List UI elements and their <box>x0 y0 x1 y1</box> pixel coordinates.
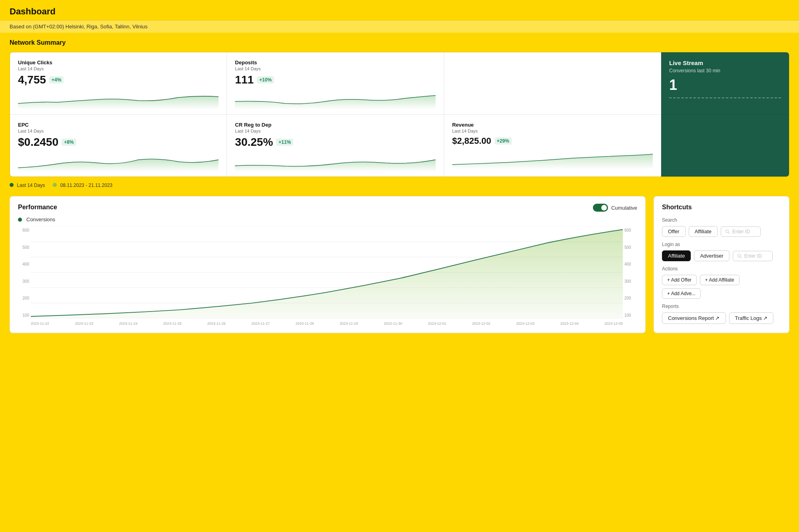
metric-sublabel-cr: Last 14 Days <box>235 129 435 133</box>
svg-line-10 <box>740 257 741 258</box>
legend-label-2: 08.11.2023 - 21.11.2023 <box>60 183 113 188</box>
metric-label-revenue: Revenue <box>452 122 653 128</box>
svg-point-7 <box>726 230 729 232</box>
svg-line-8 <box>728 232 729 234</box>
y-axis-right: 600 500 400 300 200 100 <box>623 226 637 326</box>
metrics-row-2: EPC Last 14 Days $0.2450 +8% <box>10 115 789 177</box>
search-label: Search <box>662 217 781 223</box>
timezone-text: Based on (GMT+02:00) Helsinki, Riga, Sof… <box>10 24 147 30</box>
metric-live-stream-bottom <box>661 115 789 177</box>
metric-label-unique-clicks: Unique Clicks <box>18 60 219 66</box>
performance-card: Performance Conversions Cumulative 600 5… <box>10 196 646 333</box>
login-row: Affiliate Advertiser Enter ID <box>662 250 781 261</box>
metric-deposits: Deposits Last 14 Days 111 +10% <box>227 52 444 115</box>
conversions-legend-label: Conversions <box>26 216 55 222</box>
y-axis-left: 600 500 400 300 200 100 <box>18 226 31 326</box>
chart-container: 600 500 400 300 200 100 <box>18 226 637 326</box>
timezone-bar: Based on (GMT+02:00) Helsinki, Riga, Sof… <box>0 20 799 33</box>
metric-empty-r1c3 <box>444 52 661 115</box>
cumulative-toggle[interactable]: Cumulative <box>593 204 637 212</box>
live-stream-sublabel: Conversions last 30 min <box>669 68 781 73</box>
metric-value-deposits: 111 +10% <box>235 73 435 86</box>
perf-header: Performance Conversions Cumulative <box>18 204 637 222</box>
login-label: Login as <box>662 242 781 247</box>
search-icon <box>725 229 730 234</box>
metric-sublabel-epc: Last 14 Days <box>18 129 219 133</box>
metric-value-unique-clicks: 4,755 +4% <box>18 73 219 86</box>
login-advertiser-btn[interactable]: Advertiser <box>694 250 729 261</box>
login-id-placeholder: Enter ID <box>744 253 762 259</box>
network-summary-section: Network Summary Unique Clicks Last 14 Da… <box>10 39 789 188</box>
network-summary-title: Network Summary <box>10 39 789 46</box>
performance-chart-svg <box>31 226 623 318</box>
metric-live-stream: Live Stream Conversions last 30 min 1 <box>661 52 789 115</box>
search-offer-btn[interactable]: Offer <box>662 226 686 237</box>
main-content: Network Summary Unique Clicks Last 14 Da… <box>0 33 799 339</box>
live-stream-value: 1 <box>669 77 781 93</box>
login-id-input[interactable]: Enter ID <box>733 251 773 261</box>
mini-chart-cr <box>235 152 435 172</box>
metric-badge-cr: +11% <box>276 139 293 146</box>
shortcuts-card: Shortcuts Search Offer Affiliate Enter I… <box>654 196 789 333</box>
metric-sublabel-unique-clicks: Last 14 Days <box>18 66 219 71</box>
add-advertiser-btn[interactable]: + Add Adve... <box>662 288 701 299</box>
metric-label-deposits: Deposits <box>235 60 435 66</box>
chart-inner: 2023-11-22 2023-11-23 2023-11-24 2023-11… <box>31 226 623 326</box>
add-offer-btn[interactable]: + Add Offer <box>662 275 697 285</box>
conversions-dot <box>18 218 22 222</box>
live-stream-label: Live Stream <box>669 60 781 66</box>
shortcuts-title: Shortcuts <box>662 204 781 211</box>
add-affiliate-btn[interactable]: + Add Affiliate <box>700 275 739 285</box>
legend-dot-1 <box>10 183 14 187</box>
metric-epc: EPC Last 14 Days $0.2450 +8% <box>10 115 227 177</box>
search-affiliate-btn[interactable]: Affiliate <box>689 226 718 237</box>
actions-label: Actions <box>662 266 781 272</box>
metric-label-epc: EPC <box>18 122 219 128</box>
actions-row: + Add Offer + Add Affiliate + Add Adve..… <box>662 275 781 299</box>
mini-chart-epc <box>18 152 219 172</box>
metric-value-revenue: $2,825.00 +29% <box>452 136 653 146</box>
conversions-report-btn[interactable]: Conversions Report ↗ <box>662 312 726 324</box>
metric-cr-reg-dep: CR Reg to Dep Last 14 Days 30.25% +11% <box>227 115 444 177</box>
legend-label-1: Last 14 Days <box>17 183 45 188</box>
metric-badge-deposits: +10% <box>257 76 274 83</box>
login-search-icon <box>737 254 742 258</box>
performance-title: Performance <box>18 204 57 211</box>
dashboard-header: Dashboard <box>0 0 799 20</box>
legend-bar: Last 14 Days 08.11.2023 - 21.11.2023 <box>10 183 789 188</box>
search-id-input[interactable]: Enter ID <box>721 226 761 237</box>
metric-label-cr: CR Reg to Dep <box>235 122 435 128</box>
x-axis-labels: 2023-11-22 2023-11-23 2023-11-24 2023-11… <box>31 322 623 326</box>
metric-unique-clicks: Unique Clicks Last 14 Days 4,755 +4% <box>10 52 227 115</box>
mini-chart-deposits <box>235 89 435 109</box>
svg-point-9 <box>737 254 740 257</box>
metric-badge-unique-clicks: +4% <box>49 76 64 83</box>
mini-chart-revenue <box>452 149 653 169</box>
cumulative-toggle-switch[interactable] <box>593 204 608 212</box>
metric-badge-revenue: +29% <box>495 137 512 145</box>
metrics-wrapper: Unique Clicks Last 14 Days 4,755 +4% <box>10 52 789 177</box>
metric-revenue: Revenue Last 14 Days $2,825.00 +29% <box>444 115 661 177</box>
metrics-row-1: Unique Clicks Last 14 Days 4,755 +4% <box>10 52 789 115</box>
mini-chart-unique-clicks <box>18 89 219 109</box>
metric-sublabel-deposits: Last 14 Days <box>235 66 435 71</box>
conversions-legend: Conversions <box>18 216 57 222</box>
perf-title-area: Performance Conversions <box>18 204 57 222</box>
reports-row: Conversions Report ↗ Traffic Logs ↗ <box>662 312 781 324</box>
cumulative-label: Cumulative <box>611 205 637 211</box>
legend-dot-2 <box>53 183 57 187</box>
reports-label: Reports <box>662 304 781 309</box>
traffic-logs-btn[interactable]: Traffic Logs ↗ <box>729 312 774 324</box>
dashboard-title: Dashboard <box>10 6 789 17</box>
metric-badge-epc: +8% <box>62 139 76 146</box>
metric-value-epc: $0.2450 +8% <box>18 136 219 149</box>
metric-value-cr: 30.25% +11% <box>235 136 435 149</box>
live-stream-dashes <box>669 97 781 98</box>
search-row: Offer Affiliate Enter ID <box>662 226 781 237</box>
search-id-placeholder: Enter ID <box>732 229 750 234</box>
metric-sublabel-revenue: Last 14 Days <box>452 129 653 133</box>
login-affiliate-btn[interactable]: Affiliate <box>662 250 691 261</box>
performance-section: Performance Conversions Cumulative 600 5… <box>10 196 789 333</box>
